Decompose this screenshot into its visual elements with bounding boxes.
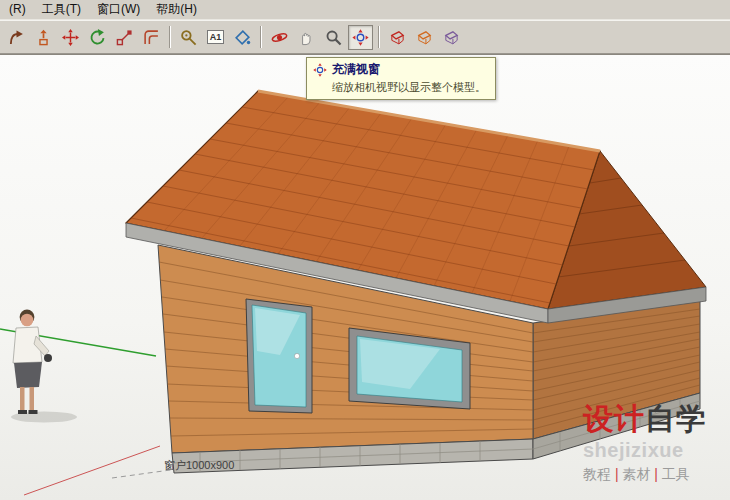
paint-bucket-tool-icon — [234, 29, 251, 46]
toolbar-separator — [378, 26, 380, 48]
watermark-domain: shejizixue — [583, 440, 707, 460]
tape-measure-tool-icon — [180, 29, 197, 46]
offset-tool-icon — [143, 29, 160, 46]
red-axis — [24, 446, 160, 495]
section-cut-toggle-icon — [443, 29, 460, 46]
tooltip-description: 缩放相机视野以显示整个模型。 — [313, 80, 486, 95]
menu-item-draw[interactable]: (R) — [1, 0, 34, 19]
section-display-toggle-button[interactable] — [412, 25, 437, 50]
pan-tool-button[interactable] — [294, 25, 319, 50]
tape-measure-tool-button[interactable] — [176, 25, 201, 50]
tagline-separator: | — [611, 466, 622, 482]
paint-bucket-tool-button[interactable] — [230, 25, 255, 50]
orbit-tool-button[interactable] — [267, 25, 292, 50]
person-leg — [30, 387, 35, 411]
zoom-extents-tool-button[interactable] — [348, 25, 373, 50]
follow-me-tool-icon — [8, 29, 25, 46]
section-plane-tool-button[interactable] — [385, 25, 410, 50]
tool-tooltip: 充满视窗 缩放相机视野以显示整个模型。 — [306, 57, 496, 100]
door[interactable] — [246, 299, 312, 413]
push-pull-tool-icon — [35, 29, 52, 46]
scale-tool-icon — [116, 29, 133, 46]
watermark-brand-dark: 自学 — [645, 402, 707, 435]
toolbar-separator — [260, 26, 262, 48]
section-cut-toggle-button[interactable] — [439, 25, 464, 50]
dimension-tool-button[interactable]: A1 — [203, 25, 228, 50]
tooltip-title: 充满视窗 — [332, 61, 380, 78]
person-shoe — [29, 410, 38, 414]
pan-tool-icon — [298, 29, 315, 46]
viewport[interactable]: 充满视窗 缩放相机视野以显示整个模型。 窗户1000x900 设计自学 shej… — [0, 54, 730, 500]
section-display-toggle-icon — [416, 29, 433, 46]
person-leg — [20, 387, 25, 411]
person-figure[interactable] — [13, 310, 52, 414]
tagline-separator: | — [650, 466, 661, 482]
door-knob — [294, 353, 299, 358]
menu-item-help[interactable]: 帮助(H) — [148, 0, 205, 21]
toolbar-separator — [169, 26, 171, 48]
dimension-a1-icon: A1 — [207, 30, 225, 44]
watermark-brand: 设计自学 — [583, 404, 707, 434]
menu-bar: (R)工具(T)窗口(W)帮助(H) — [0, 0, 730, 20]
tagline-item: 工具 — [662, 466, 690, 482]
move-tool-icon — [62, 29, 79, 46]
person-head — [21, 314, 34, 327]
person-bag — [44, 354, 52, 362]
tagline-item: 教程 — [583, 466, 611, 482]
zoom-tool-icon — [325, 29, 342, 46]
rotate-tool-icon — [89, 29, 106, 46]
tooltip-title-row: 充满视窗 — [313, 61, 486, 78]
watermark-tagline: 教程 | 素材 | 工具 — [583, 467, 707, 481]
follow-me-tool-button[interactable] — [4, 25, 29, 50]
orbit-tool-icon — [271, 29, 288, 46]
zoom-extents-tool-icon — [352, 29, 369, 46]
person-skirt — [14, 362, 42, 388]
watermark: 设计自学 shejizixue 教程 | 素材 | 工具 — [583, 404, 707, 481]
main-toolbar: A1 — [0, 20, 730, 54]
tagline-item: 素材 — [622, 466, 650, 482]
person-shoe — [18, 410, 27, 414]
dimension-label: 窗户1000x900 — [164, 458, 234, 473]
watermark-brand-red: 设计 — [583, 402, 645, 435]
scale-tool-button[interactable] — [112, 25, 137, 50]
zoom-extents-icon — [313, 63, 327, 77]
zoom-tool-button[interactable] — [321, 25, 346, 50]
push-pull-tool-button[interactable] — [31, 25, 56, 50]
section-plane-tool-icon — [389, 29, 406, 46]
menu-item-tools[interactable]: 工具(T) — [34, 0, 89, 21]
move-tool-button[interactable] — [58, 25, 83, 50]
menu-item-window[interactable]: 窗口(W) — [89, 0, 148, 21]
rotate-tool-button[interactable] — [85, 25, 110, 50]
offset-tool-button[interactable] — [139, 25, 164, 50]
